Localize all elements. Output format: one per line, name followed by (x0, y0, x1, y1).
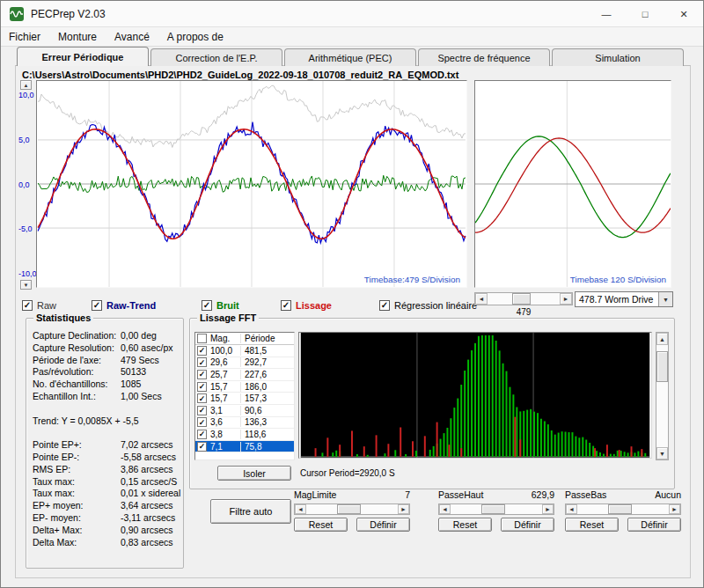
reset-button-passebas[interactable]: Reset (565, 518, 619, 532)
menu-item-monture[interactable]: Monture (58, 31, 97, 43)
close-button[interactable]: ✕ (664, 1, 703, 27)
phase-scrollbar[interactable]: ◄► (474, 292, 573, 305)
fft-table-row[interactable]: ✓15,7157,3 (195, 393, 294, 405)
maximize-button[interactable]: □ (626, 1, 664, 27)
isoler-button[interactable]: Isoler (217, 466, 291, 481)
fft-row-checkbox[interactable]: ✓ (197, 417, 207, 427)
fft-header-checkbox[interactable] (197, 334, 207, 343)
scroll-track[interactable] (488, 293, 560, 305)
fft-green-bar (547, 424, 549, 457)
fft-green-bar (356, 454, 358, 457)
scroll-left-arrow[interactable]: ◄ (566, 504, 577, 514)
stat-value: 1,00 Secs (121, 391, 162, 403)
fft-row-checkbox[interactable]: ✓ (197, 382, 207, 392)
filter-buttons-row: ResetDéfinir (438, 518, 554, 532)
checkbox-label: Bruit (216, 300, 239, 311)
fft-green-bar (446, 428, 448, 457)
scroll-left-arrow[interactable]: ◄ (439, 504, 451, 514)
worm-drive-combobox[interactable]: 478.7 Worm Drive ▼ (575, 291, 673, 307)
scroll-right-arrow[interactable]: ► (669, 504, 680, 514)
checkbox-lissage[interactable]: ✓Lissage (281, 299, 332, 311)
scroll-left-arrow[interactable]: ◄ (475, 293, 488, 305)
fft-table-row[interactable]: ✓100,0481,5 (195, 345, 294, 357)
fft-row-checkbox[interactable]: ✓ (197, 393, 207, 403)
scroll-up-arrow[interactable]: ▲ (656, 333, 668, 345)
scroll-track[interactable] (451, 504, 542, 514)
tab-spectre-de-frequence[interactable]: Spectre de fréquence (418, 48, 550, 66)
cursor-period-label: Cursor Period=2920,0 S (300, 468, 395, 478)
checkbox-raw-trend[interactable]: ✓Raw-Trend (92, 299, 156, 311)
stat-value: -3,11 arcsecs (121, 512, 175, 525)
periodic-error-chart[interactable]: Timebase:479 S/Division (36, 80, 467, 288)
stat-label: EP+ moyen: (33, 500, 121, 512)
stat-row: Taux max:0,15 arcsec/S (33, 476, 180, 489)
filtre-auto-button[interactable]: Filtre auto (210, 499, 291, 524)
minimize-button[interactable]: — (587, 1, 626, 27)
filter-label-row: MagLimite7 (294, 489, 410, 502)
reset-button-maglimite[interactable]: Reset (294, 518, 348, 532)
menu-item-a-propos-de[interactable]: A propos de (167, 31, 224, 43)
fft-green-bar (492, 335, 494, 457)
menu-item-avance[interactable]: Avancé (114, 31, 150, 43)
definir-button-passehaut[interactable]: Définir (501, 518, 554, 532)
y-scale-up-button[interactable]: ▲ (20, 80, 32, 90)
scroll-thumb[interactable] (481, 504, 505, 514)
menu-item-fichier[interactable]: Fichier (9, 31, 40, 43)
scroll-track[interactable] (656, 345, 668, 447)
definir-button-passebas[interactable]: Définir (627, 518, 681, 532)
fft-table-row[interactable]: ✓25,7227,6 (195, 369, 294, 381)
tab-erreur-periodique[interactable]: Erreur Périodique (17, 47, 149, 66)
fft-table-row[interactable]: ✓3,8118,6 (195, 429, 294, 441)
checkbox-raw[interactable]: ✓Raw (22, 299, 56, 311)
fft-green-bar (592, 446, 594, 457)
scroll-thumb[interactable] (512, 293, 531, 305)
filter-slider-maglimite[interactable]: ◄► (294, 503, 410, 515)
fft-row-checkbox[interactable]: ✓ (197, 357, 207, 367)
fft-row-checkbox[interactable]: ✓ (197, 406, 207, 415)
scroll-thumb[interactable] (337, 504, 361, 514)
filter-label: MagLimite (294, 489, 336, 502)
stat-label (33, 427, 121, 439)
stat-value: 0,83 arcsecs (121, 537, 173, 549)
fft-row-checkbox[interactable]: ✓ (197, 430, 207, 439)
scroll-down-arrow[interactable]: ▼ (656, 447, 668, 459)
fft-table-row[interactable]: ✓3,6136,3 (195, 417, 294, 430)
fft-table-row[interactable]: ✓7,175,8 (195, 441, 294, 453)
fft-green-bar (512, 394, 514, 457)
scroll-right-arrow[interactable]: ► (542, 504, 554, 514)
fft-zoom-scrollbar[interactable]: ▲ ▼ (656, 332, 669, 460)
fft-spectrum-chart[interactable] (298, 332, 652, 459)
filter-slider-passehaut[interactable]: ◄► (438, 503, 554, 515)
fft-table-row[interactable]: ✓15,7186,0 (195, 381, 294, 393)
fft-row-checkbox[interactable]: ✓ (197, 442, 207, 452)
fft-row-checkbox[interactable]: ✓ (197, 370, 207, 379)
fft-row-checkbox[interactable]: ✓ (197, 346, 207, 356)
stat-label: Période de l'axe: (33, 355, 121, 367)
tab-correction-de-l-e-p[interactable]: Correction de l'E.P. (150, 48, 282, 66)
reset-button-passehaut[interactable]: Reset (438, 518, 492, 532)
fft-green-bar (415, 451, 417, 457)
scroll-right-arrow[interactable]: ► (560, 293, 572, 305)
y-scale-down-button[interactable]: ▼ (20, 280, 32, 290)
filter-slider-passebas[interactable]: ◄► (565, 503, 681, 515)
definir-button-maglimite[interactable]: Définir (356, 518, 410, 532)
scroll-track[interactable] (306, 504, 398, 514)
app-icon (10, 7, 24, 21)
scroll-thumb[interactable] (608, 504, 632, 514)
combo-dropdown-icon[interactable]: ▼ (658, 292, 672, 306)
fft-table-row[interactable]: ✓3,190,6 (195, 405, 294, 417)
fft-table-row[interactable]: ✓29,6292,7 (195, 357, 294, 370)
stat-value: 7,02 arcsecs (121, 439, 173, 452)
tab-arithmetique-pec[interactable]: Arithmétique (PEC) (284, 48, 416, 66)
fft-green-bar (433, 446, 435, 457)
checkbox-mark: ✓ (379, 300, 390, 311)
scroll-thumb[interactable] (656, 351, 668, 382)
scroll-right-arrow[interactable]: ► (398, 504, 409, 514)
checkbox-regression-lineaire[interactable]: ✓Régression linéaire (379, 299, 477, 311)
tab-simulation[interactable]: Simulation (552, 48, 684, 66)
scroll-track[interactable] (577, 504, 669, 514)
worm-period-chart[interactable]: Timebase 120 S/Division (474, 80, 671, 288)
scroll-left-arrow[interactable]: ◄ (295, 504, 306, 514)
checkbox-bruit[interactable]: ✓Bruit (202, 299, 239, 311)
fft-table[interactable]: Mag.Période✓100,0481,5✓29,6292,7✓25,7227… (194, 332, 295, 460)
